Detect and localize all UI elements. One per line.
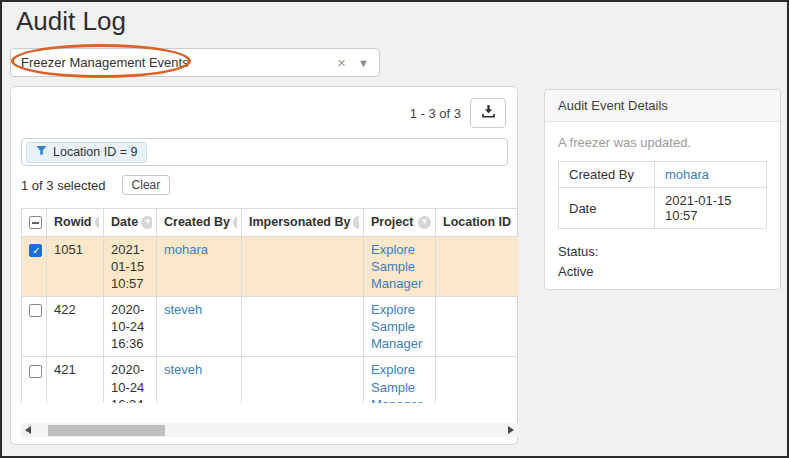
cell-impersonated-by: [242, 296, 364, 356]
row-checkbox[interactable]: [29, 304, 42, 317]
cell-rowid: 421: [47, 357, 104, 403]
export-button[interactable]: [470, 98, 506, 128]
cell-impersonated-by: [242, 236, 364, 296]
filter-chip[interactable]: Location ID = 9: [26, 142, 147, 163]
event-summary: A freezer was updated.: [558, 135, 767, 150]
cell-date: 2020-10-24 16:36: [104, 296, 157, 356]
audit-grid-panel: 1 - 3 of 3 Location ID = 9: [10, 86, 518, 445]
cell-location-id: [436, 296, 519, 356]
column-menu-icon[interactable]: ▼: [95, 216, 100, 229]
pagination-label: 1 - 3 of 3: [410, 106, 461, 121]
details-row: Created By mohara: [559, 162, 767, 188]
column-header-date: Date: [111, 214, 138, 231]
column-header-impersonated-by: Impersonated By: [249, 214, 350, 231]
scroll-left-button[interactable]: [21, 423, 35, 437]
row-checkbox[interactable]: [29, 365, 42, 378]
audit-table: Rowid▼ Date▼ Created By▼ Impersonated By…: [21, 208, 518, 403]
status-block: Status: Active: [558, 242, 767, 282]
clear-selection-button[interactable]: Clear: [122, 175, 171, 195]
table-row[interactable]: 421 2020-10-24 16:34 steveh Explore Samp…: [22, 357, 519, 403]
column-header-created-by: Created By: [164, 214, 230, 231]
filter-funnel-icon: [36, 145, 47, 159]
selection-status: 1 of 3 selected: [21, 178, 106, 193]
details-label: Date: [559, 188, 655, 229]
created-by-link[interactable]: mohara: [164, 242, 208, 257]
cell-date: 2021-01-15 10:57: [104, 236, 157, 296]
details-value: 2021-01-15 10:57: [655, 188, 767, 229]
select-all-checkbox[interactable]: [29, 216, 42, 229]
scrollbar-thumb[interactable]: [48, 425, 165, 436]
project-link[interactable]: Explore Sample Manager: [371, 242, 422, 291]
table-header-row: Rowid▼ Date▼ Created By▼ Impersonated By…: [22, 209, 519, 237]
horizontal-scrollbar[interactable]: [21, 423, 518, 437]
app-window: Audit Log Freezer Management Events × ▼ …: [0, 0, 789, 458]
clear-select-icon[interactable]: ×: [337, 54, 346, 71]
cell-date: 2020-10-24 16:34: [104, 357, 157, 403]
details-panel-title: Audit Event Details: [545, 90, 780, 122]
details-label: Created By: [559, 162, 655, 188]
table-row[interactable]: 422 2020-10-24 16:36 steveh Explore Samp…: [22, 296, 519, 356]
status-label: Status:: [558, 242, 767, 262]
download-icon: [481, 104, 496, 122]
scroll-right-button[interactable]: [504, 423, 518, 437]
project-link[interactable]: Explore Sample Manager: [371, 362, 422, 403]
cell-rowid: 422: [47, 296, 104, 356]
created-by-link[interactable]: steveh: [164, 302, 202, 317]
event-type-selected-value: Freezer Management Events: [21, 55, 337, 70]
scroll-right-icon: [508, 426, 514, 434]
column-header-location-id: Location ID: [443, 214, 511, 231]
project-link[interactable]: Explore Sample Manager: [371, 302, 422, 351]
column-menu-icon[interactable]: ▼: [141, 216, 152, 229]
event-details-table: Created By mohara Date 2021-01-15 10:57: [558, 161, 767, 229]
column-header-project: Project: [371, 214, 413, 231]
cell-location-id: [436, 357, 519, 403]
event-type-select[interactable]: Freezer Management Events × ▼: [10, 48, 380, 77]
chevron-down-icon[interactable]: ▼: [358, 57, 369, 69]
details-panel-body: A freezer was updated. Created By mohara…: [545, 122, 780, 295]
table-row[interactable]: ✓ 1051 2021-01-15 10:57 mohara Explore S…: [22, 236, 519, 296]
cell-location-id: [436, 236, 519, 296]
cell-rowid: 1051: [47, 236, 104, 296]
created-by-link[interactable]: steveh: [164, 362, 202, 377]
page-title: Audit Log: [16, 6, 126, 37]
column-header-rowid: Rowid: [54, 214, 92, 231]
scrollbar-track[interactable]: [35, 423, 504, 437]
status-value: Active: [558, 262, 767, 282]
details-row: Date 2021-01-15 10:57: [559, 188, 767, 229]
column-menu-icon[interactable]: ▼: [418, 216, 431, 229]
filter-chip-label: Location ID = 9: [53, 145, 137, 159]
row-checkbox[interactable]: ✓: [29, 244, 42, 257]
column-menu-icon[interactable]: ▼: [233, 216, 237, 229]
column-menu-icon[interactable]: ▼: [353, 216, 359, 229]
filter-bar[interactable]: Location ID = 9: [21, 138, 508, 166]
selection-row: 1 of 3 selected Clear: [21, 175, 170, 195]
created-by-link[interactable]: mohara: [665, 167, 709, 182]
scroll-left-icon: [25, 426, 31, 434]
audit-table-container: Rowid▼ Date▼ Created By▼ Impersonated By…: [21, 208, 518, 403]
audit-event-details-panel: Audit Event Details A freezer was update…: [544, 89, 781, 290]
cell-impersonated-by: [242, 357, 364, 403]
